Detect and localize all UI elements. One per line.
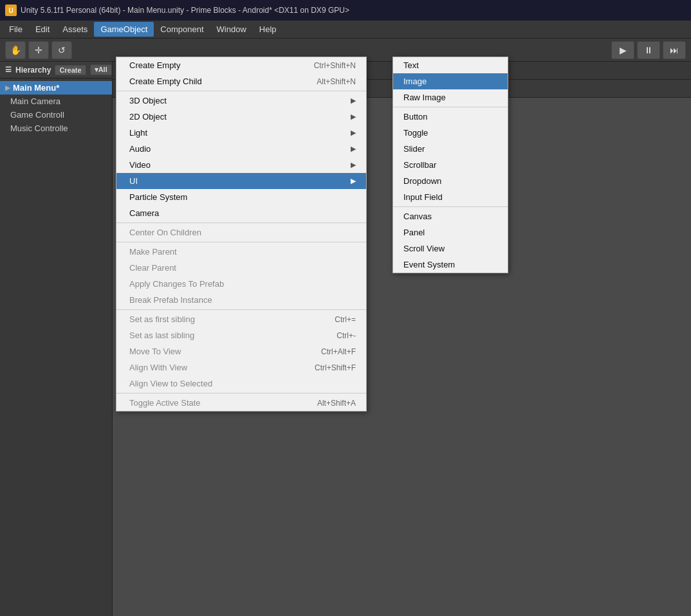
hierarchy-musiccontrol-label: Music Controlle [10, 123, 68, 133]
menu-divider-3 [116, 242, 366, 242]
menu-center-on-children: Center On Children [116, 224, 366, 240]
hierarchy-create-btn[interactable]: Create [55, 65, 86, 75]
hierarchy-all-btn[interactable]: ▾All [90, 64, 112, 75]
menu-file[interactable]: File [3, 22, 29, 37]
menu-align-with-view: Align With View Ctrl+Shift+F [116, 359, 366, 376]
pause-button[interactable]: ⏸ [637, 41, 660, 59]
menu-divider-1 [116, 91, 366, 91]
submenu-canvas[interactable]: Canvas [393, 208, 508, 224]
unity-icon: U [5, 5, 17, 16]
menu-3d-object[interactable]: 3D Object ▶ [116, 93, 366, 109]
menu-window[interactable]: Window [210, 22, 253, 37]
menu-toggle-active: Toggle Active State Alt+Shift+A [116, 395, 366, 411]
hierarchy-content: ▶ Main Menu* Main Camera Game Controll M… [0, 78, 112, 138]
submenu-divider-1 [393, 107, 508, 107]
menu-divider-5 [116, 393, 366, 394]
hierarchy-item-main-menu[interactable]: ▶ Main Menu* [0, 81, 112, 95]
hierarchy-header: ☰ Hierarchy Create ▾All [0, 62, 112, 78]
menu-first-sibling: Set as first sibling Ctrl+= [116, 311, 366, 327]
submenu-input-field[interactable]: Input Field [393, 189, 508, 205]
hierarchy-title: Hierarchy [15, 66, 51, 75]
menu-clear-parent: Clear Parent [116, 260, 366, 276]
title-text: Unity 5.6.1f1 Personal (64bit) - Main Me… [21, 6, 349, 15]
menu-gameobject[interactable]: GameObject [94, 22, 154, 37]
hierarchy-scene-label: Main Menu* [13, 83, 59, 93]
hierarchy-gamecontrol-label: Game Controll [10, 110, 64, 120]
hierarchy-panel: ☰ Hierarchy Create ▾All ▶ Main Menu* Mai… [0, 62, 113, 616]
menu-edit[interactable]: Edit [29, 22, 56, 37]
hierarchy-camera-label: Main Camera [10, 96, 60, 106]
hierarchy-item-main-camera[interactable]: Main Camera [0, 95, 112, 108]
submenu-dropdown[interactable]: Dropdown [393, 173, 508, 189]
submenu-event-system[interactable]: Event System [393, 257, 508, 273]
menu-audio[interactable]: Audio ▶ [116, 141, 366, 157]
hierarchy-item-music-controller[interactable]: Music Controlle [0, 122, 112, 135]
menu-2d-object[interactable]: 2D Object ▶ [116, 109, 366, 125]
hierarchy-item-game-controller[interactable]: Game Controll [0, 108, 112, 122]
menu-assets[interactable]: Assets [56, 22, 94, 37]
tool-move[interactable]: ✛ [28, 41, 49, 59]
menu-make-parent: Make Parent [116, 244, 366, 260]
submenu-image[interactable]: Image [393, 73, 508, 89]
menu-create-empty[interactable]: Create Empty Ctrl+Shift+N [116, 57, 366, 73]
scene-arrow-icon: ▶ [5, 84, 10, 91]
menu-video[interactable]: Video ▶ [116, 157, 366, 173]
hierarchy-title-icon: ☰ [5, 66, 12, 74]
menu-light[interactable]: Light ▶ [116, 125, 366, 141]
submenu-toggle[interactable]: Toggle [393, 125, 508, 141]
submenu-scrollbar[interactable]: Scrollbar [393, 157, 508, 173]
submenu-divider-2 [393, 206, 508, 207]
menu-help[interactable]: Help [253, 22, 283, 37]
submenu-text[interactable]: Text [393, 57, 508, 73]
submenu-raw-image[interactable]: Raw Image [393, 89, 508, 105]
menu-camera[interactable]: Camera [116, 205, 366, 221]
submenu-slider[interactable]: Slider [393, 141, 508, 157]
gameobject-dropdown: Create Empty Ctrl+Shift+N Create Empty C… [116, 57, 367, 412]
menu-apply-prefab: Apply Changes To Prefab [116, 276, 366, 292]
tool-rotate[interactable]: ↺ [51, 41, 72, 59]
step-button[interactable]: ⏭ [663, 41, 686, 59]
submenu-panel[interactable]: Panel [393, 224, 508, 240]
menu-create-empty-child[interactable]: Create Empty Child Alt+Shift+N [116, 73, 366, 89]
submenu-button[interactable]: Button [393, 109, 508, 125]
title-bar: U Unity 5.6.1f1 Personal (64bit) - Main … [0, 0, 691, 21]
menu-ui[interactable]: UI ▶ [116, 173, 366, 189]
menu-particle-system[interactable]: Particle System [116, 189, 366, 205]
submenu-scroll-view[interactable]: Scroll View [393, 240, 508, 257]
menu-last-sibling: Set as last sibling Ctrl+- [116, 327, 366, 343]
menu-divider-4 [116, 309, 366, 310]
menu-component[interactable]: Component [154, 22, 210, 37]
menu-divider-2 [116, 222, 366, 223]
menu-align-view-selected: Align View to Selected [116, 376, 366, 392]
tool-hand[interactable]: ✋ [5, 41, 26, 59]
play-button[interactable]: ▶ [611, 41, 634, 59]
ui-submenu: Text Image Raw Image Button Toggle Slide… [392, 57, 508, 273]
menu-bar: File Edit Assets GameObject Component Wi… [0, 21, 691, 39]
menu-move-to-view: Move To View Ctrl+Alt+F [116, 343, 366, 359]
menu-break-prefab: Break Prefab Instance [116, 292, 366, 308]
